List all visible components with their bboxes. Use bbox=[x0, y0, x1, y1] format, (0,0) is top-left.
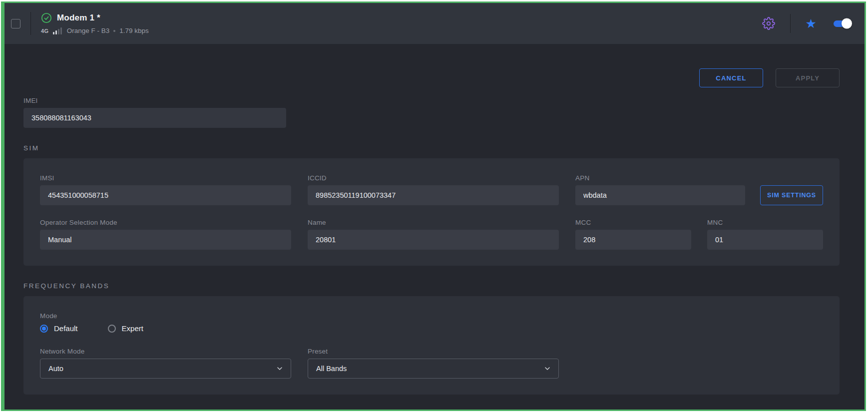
imsi-input[interactable] bbox=[40, 185, 291, 205]
chevron-down-icon bbox=[276, 365, 284, 373]
sim-settings-button[interactable]: SIM SETTINGS bbox=[760, 185, 823, 205]
mnc-input[interactable] bbox=[707, 230, 823, 250]
apply-button[interactable]: APPLY bbox=[776, 68, 840, 87]
sim-card: IMSI ICCID APN SIM SETTINGS Opera bbox=[23, 158, 840, 266]
imei-input[interactable] bbox=[23, 108, 286, 128]
iccid-input[interactable] bbox=[308, 185, 559, 205]
modem-info: Modem 1 * 4G Orange F - B3 1.79 kbps bbox=[41, 12, 149, 34]
mode-radio-group: Mode Default Expert bbox=[40, 312, 823, 333]
mode-label: Mode bbox=[40, 312, 823, 320]
favorite-star-icon[interactable]: ★ bbox=[806, 17, 817, 30]
toggle-knob bbox=[842, 18, 852, 29]
status-check-circle-icon bbox=[41, 12, 52, 23]
name-field-block: Name bbox=[308, 219, 559, 250]
network-mode-value: Auto bbox=[48, 365, 63, 373]
settings-gear-icon[interactable] bbox=[762, 17, 775, 30]
operator-label: Orange F - B3 bbox=[67, 27, 110, 34]
preset-select[interactable]: All Bands bbox=[308, 359, 559, 379]
mnc-field-block: MNC bbox=[707, 219, 823, 250]
mcc-input[interactable] bbox=[575, 230, 691, 250]
mode-option-expert-label: Expert bbox=[122, 324, 143, 333]
apn-field-block: APN SIM SETTINGS bbox=[575, 174, 823, 205]
imei-field-block: IMEI bbox=[23, 97, 286, 128]
mode-option-default[interactable]: Default bbox=[40, 324, 78, 333]
frequency-bands-card: Mode Default Expert Network Mode bbox=[23, 296, 840, 395]
imei-label: IMEI bbox=[23, 97, 286, 104]
throughput-label: 1.79 kbps bbox=[119, 27, 149, 34]
operator-mode-field-block: Operator Selection Mode bbox=[40, 219, 291, 250]
name-input[interactable] bbox=[308, 230, 559, 250]
iccid-field-block: ICCID bbox=[308, 174, 559, 205]
radio-selected-icon bbox=[40, 325, 48, 333]
modem-title: Modem 1 * bbox=[57, 13, 100, 23]
apn-input[interactable] bbox=[575, 185, 745, 205]
header-divider bbox=[30, 12, 31, 35]
chevron-down-icon bbox=[543, 365, 551, 373]
radio-unselected-icon bbox=[108, 325, 116, 333]
app-frame: Modem 1 * 4G Orange F - B3 1.79 kbps ★ bbox=[1, 1, 866, 411]
mcc-mnc-field-block: MCC MNC bbox=[575, 219, 823, 250]
cancel-button[interactable]: CANCEL bbox=[699, 68, 763, 87]
signal-bars-icon bbox=[53, 27, 62, 34]
mcc-label: MCC bbox=[575, 219, 691, 226]
mode-option-default-label: Default bbox=[54, 324, 78, 333]
mcc-field-block: MCC bbox=[575, 219, 691, 250]
mnc-label: MNC bbox=[707, 219, 823, 226]
operator-mode-input[interactable] bbox=[40, 230, 291, 250]
mode-option-expert[interactable]: Expert bbox=[108, 324, 143, 333]
modem-settings-form: CANCEL APPLY IMEI SIM IMSI ICCID APN bbox=[4, 68, 865, 395]
imsi-field-block: IMSI bbox=[40, 174, 291, 205]
preset-value: All Bands bbox=[316, 365, 347, 373]
form-actions: CANCEL APPLY bbox=[23, 68, 840, 87]
network-type-badge: 4G bbox=[41, 28, 49, 34]
apn-label: APN bbox=[575, 174, 745, 182]
network-mode-label: Network Mode bbox=[40, 348, 291, 355]
name-label: Name bbox=[308, 219, 559, 226]
modem-header: Modem 1 * 4G Orange F - B3 1.79 kbps ★ bbox=[4, 3, 865, 44]
network-mode-field-block: Network Mode Auto bbox=[40, 348, 291, 379]
preset-label: Preset bbox=[308, 348, 559, 355]
select-modem-checkbox[interactable] bbox=[11, 19, 20, 28]
network-mode-select[interactable]: Auto bbox=[40, 359, 291, 379]
operator-mode-label: Operator Selection Mode bbox=[40, 219, 291, 226]
imsi-label: IMSI bbox=[40, 174, 291, 182]
frequency-bands-section-heading: FREQUENCY BANDS bbox=[23, 282, 840, 290]
sim-section-heading: SIM bbox=[23, 144, 840, 152]
header-divider bbox=[790, 14, 791, 33]
dot-separator bbox=[113, 30, 115, 32]
preset-field-block: Preset All Bands bbox=[308, 348, 559, 379]
iccid-label: ICCID bbox=[308, 174, 559, 182]
modem-enabled-toggle[interactable] bbox=[834, 20, 851, 27]
